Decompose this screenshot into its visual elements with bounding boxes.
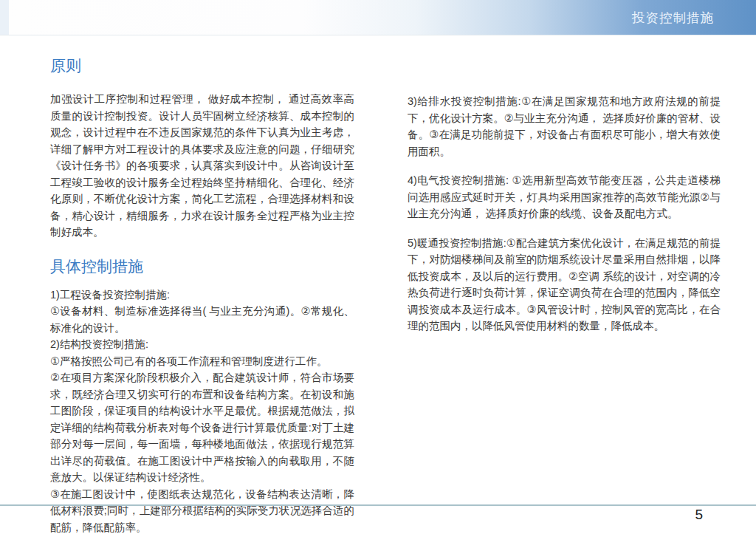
measures-heading: 具体控制措施 [50,257,354,275]
principles-paragraph: 加强设计工序控制和过程管理， 做好成本控制， 通过高效率高质量的设计控制投资。设… [50,91,354,241]
right-column: 3)给排水投资控制措施:①在满足国家规范和地方政府法规的前提下，优化设计方案。②… [408,35,721,347]
document-page: 投资控制措施 原则 加强设计工序控制和过程管理， 做好成本控制， 通过高效率高质… [0,0,756,534]
measure-item-2-detail-1: ①严格按照公司己有的各项工作流程和管理制度进行工作。 [50,353,354,370]
measures-left-list: 1)工程设备投资控制措施: ①设备材料、制造标准选择得当( 与业主充分沟通)。②… [50,287,354,534]
measure-item-2: 2)结构投资控制措施: [50,336,354,353]
measure-item-2-detail-2: ②在项目方案深化阶段积极介入，配合建筑设计师，符合市场要求，既经济合理又切实可行… [50,369,354,486]
measure-item-1: 1)工程设备投资控制措施: [50,287,354,304]
measure-item-5: 5)暖通投资控制措施:①配合建筑方案优化设计，在满足规范的前提下，对防烟楼梯间及… [408,235,721,335]
header-title: 投资控制措施 [632,9,756,27]
measure-item-3: 3)给排水投资控制措施:①在满足国家规范和地方政府法规的前提下，优化设计方案。②… [408,93,721,160]
page-header: 投资控制措施 [0,0,756,35]
measure-item-1-detail: ①设备材料、制造标准选择得当( 与业主充分沟通)。②常规化、 标准化的设计。 [50,303,354,336]
header-left-accent [0,0,9,35]
footer-divider [0,504,756,506]
measure-item-4: 4)电气投资控制措施: ①选用新型高效节能变压器，公共走道楼梯问选用感应式延时开… [408,172,721,222]
principles-heading: 原则 [50,56,354,75]
page-number: 5 [695,507,703,523]
measure-item-2-detail-3: ③在施工图设计中，使图纸表达规范化，设备结构表达清晰，降低材料浪费;同时，上建部… [50,486,354,534]
left-column: 原则 加强设计工序控制和过程管理， 做好成本控制， 通过高效率高质量的设计控制投… [50,35,354,534]
page-content: 原则 加强设计工序控制和过程管理， 做好成本控制， 通过高效率高质量的设计控制投… [0,35,756,504]
